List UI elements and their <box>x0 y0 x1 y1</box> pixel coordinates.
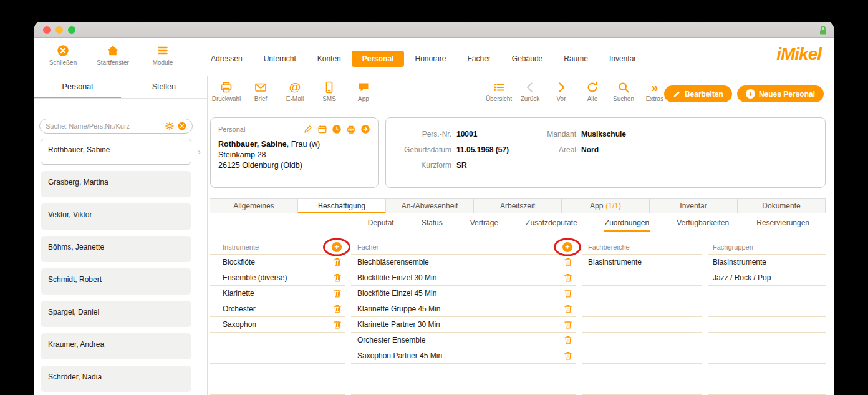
field-label: Kurzform <box>386 161 451 170</box>
module-nav-tab[interactable]: Konten <box>307 51 352 67</box>
subtab[interactable]: Status <box>420 218 444 232</box>
delete-icon[interactable] <box>564 305 572 313</box>
subtab[interactable]: Deputat <box>367 218 395 232</box>
chevron-right-icon <box>554 80 568 94</box>
bearbeiten-button[interactable]: Bearbeiten <box>664 85 732 102</box>
detail-tab[interactable]: Arbeitszeit <box>474 198 562 213</box>
fach-row: Saxophon Partner 45 Min <box>351 348 576 364</box>
fachgruppe-row <box>708 301 826 317</box>
field-value: 11.05.1968 (57) <box>456 145 509 154</box>
person-list-item[interactable]: Schröder, Nadia › <box>41 366 191 392</box>
delete-icon[interactable] <box>564 258 572 266</box>
window-zoom-button[interactable] <box>68 26 75 34</box>
add-instrument-button[interactable]: + <box>332 242 342 252</box>
search-input[interactable] <box>46 122 162 130</box>
menu-icon <box>156 44 170 57</box>
field-row: ArealNord <box>511 142 626 157</box>
email-action[interactable]: @ E-Mail <box>281 80 309 102</box>
person-list-item[interactable]: Vektor, Viktor › <box>41 203 191 230</box>
chevron-right-icon: › <box>198 146 201 157</box>
person-list-item[interactable]: Spargel, Daniel › <box>41 301 191 327</box>
module-nav-tab[interactable]: Fächer <box>457 51 501 67</box>
fach-row <box>351 379 576 395</box>
person-list-item[interactable]: Kraumer, Andrea › <box>41 333 191 359</box>
window-titlebar[interactable] <box>34 22 834 38</box>
delete-icon[interactable] <box>334 289 341 298</box>
window-minimize-button[interactable] <box>55 26 63 34</box>
clear-search-icon[interactable] <box>178 122 186 130</box>
delete-icon[interactable] <box>564 336 572 344</box>
zurueck-action[interactable]: Zurück <box>516 80 544 102</box>
instrument-name: Orchester <box>223 305 334 313</box>
action-label: Vor <box>556 95 566 102</box>
card-title: Personal <box>218 125 245 133</box>
module-nav-tab[interactable]: Personal <box>352 51 405 67</box>
button-label: Module <box>153 59 173 66</box>
alle-action[interactable]: Alle <box>578 80 607 102</box>
detail-tab[interactable]: Allgemeines <box>210 198 298 213</box>
person-list-item[interactable]: Grasberg, Martina › <box>41 171 191 197</box>
detail-tab[interactable]: Dokumente <box>738 198 826 213</box>
sms-action[interactable]: SMS <box>315 80 344 102</box>
delete-icon[interactable] <box>564 320 572 329</box>
module-nav-tab[interactable]: Gebäude <box>501 51 553 67</box>
subtab[interactable]: Zuordnungen <box>604 218 650 232</box>
sidebar-tabs: Personal Stellen <box>34 76 207 99</box>
person-name: Rothbauer, Sabine <box>48 145 110 154</box>
delete-icon[interactable] <box>564 289 572 298</box>
module-nav-tab[interactable]: Adressen <box>200 51 253 67</box>
module-nav-tab[interactable]: Honorare <box>404 51 456 67</box>
tab-label: Beschäftigung <box>318 202 365 210</box>
forward-arrow-icon[interactable] <box>360 124 370 134</box>
beschaeftigung-subtabs: Deputat Status Verträge Zusatzdeputate Z… <box>367 218 811 232</box>
startfenster-button[interactable]: Startfenster <box>97 44 129 66</box>
delete-icon[interactable] <box>564 273 572 282</box>
detail-tab[interactable]: An-/Abwesenheit <box>386 198 474 213</box>
delete-icon[interactable] <box>334 320 341 329</box>
subtab[interactable]: Zusatzdeputate <box>524 218 579 232</box>
druckwahl-action[interactable]: Druckwahl <box>212 80 241 102</box>
calendar-icon[interactable] <box>317 124 327 134</box>
module-nav-tab[interactable]: Unterricht <box>253 51 307 67</box>
delete-icon[interactable] <box>334 273 341 282</box>
sidebar-tab[interactable]: Stellen <box>121 76 208 98</box>
sidebar-tab[interactable]: Personal <box>34 76 121 98</box>
person-list-item[interactable]: Rothbauer, Sabine › <box>41 139 191 165</box>
add-fach-button[interactable]: + <box>562 242 572 252</box>
vor-action[interactable]: Vor <box>547 80 576 102</box>
subtab[interactable]: Verträge <box>469 218 499 232</box>
fach-row <box>351 364 576 379</box>
clock-icon[interactable] <box>332 124 342 134</box>
fach-name: Blechbläserensemble <box>357 258 564 266</box>
delete-icon[interactable] <box>334 305 341 313</box>
module-button[interactable]: Module <box>147 44 179 66</box>
schliessen-button[interactable]: Schließen <box>47 44 79 66</box>
suchen-action[interactable]: Suchen <box>609 80 638 102</box>
module-nav-tab[interactable]: Räume <box>553 51 599 67</box>
gear-icon[interactable] <box>165 122 174 130</box>
delete-icon[interactable] <box>334 258 341 266</box>
toolbar-left-buttons: Schließen Startfenster Module <box>47 44 179 66</box>
subtab[interactable]: Reservierungen <box>755 218 811 232</box>
person-list-item[interactable]: Schmidt, Robert › <box>41 268 191 295</box>
module-nav-tab[interactable]: Inventar <box>599 51 647 67</box>
edit-icon[interactable] <box>303 124 313 134</box>
detail-tab[interactable]: App (1/1) <box>562 198 650 213</box>
subtab[interactable]: Verfügbarkeiten <box>675 218 730 232</box>
action-label: Extras <box>646 95 663 102</box>
fach-name: Blockflöte Einzel 45 Min <box>357 289 564 298</box>
neues-personal-button[interactable]: + Neues Personal <box>737 85 824 102</box>
window-close-button[interactable] <box>43 26 51 34</box>
field-row: Pers.-Nr.10001 <box>386 126 509 142</box>
delete-icon[interactable] <box>564 351 572 360</box>
instrument-row: Klarinette <box>210 286 345 301</box>
brief-action[interactable]: Brief <box>246 80 275 102</box>
person-list-item[interactable]: Böhms, Jeanette › <box>41 236 191 262</box>
action-label: Übersicht <box>486 95 512 102</box>
sidebar: Personal Stellen Rothbauer, Sabine › <box>34 76 208 395</box>
app-message-action[interactable]: App <box>349 80 378 102</box>
detail-tab[interactable]: Beschäftigung <box>298 198 386 213</box>
detail-tab[interactable]: Inventar <box>650 198 738 213</box>
print-icon[interactable] <box>346 124 356 134</box>
uebersicht-action[interactable]: Übersicht <box>485 80 513 102</box>
